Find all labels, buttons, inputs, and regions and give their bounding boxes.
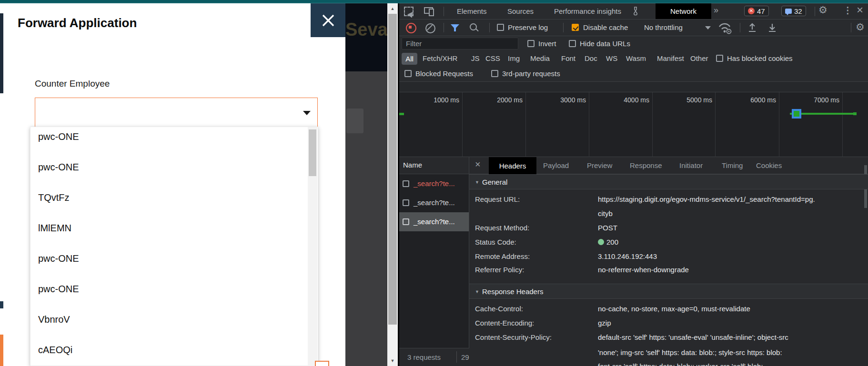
blocked-requests-checkbox[interactable] [404, 70, 412, 77]
export-har-icon[interactable] [767, 22, 777, 33]
network-filter-input[interactable] [402, 38, 518, 49]
csp-value-line2: 'none'; img-src 'self' https: data: blob… [598, 348, 782, 356]
hide-data-urls-label: Hide data URLs [580, 40, 630, 48]
throttling-caret-icon[interactable] [705, 26, 711, 30]
dropdown-option[interactable]: pwc-ONE [38, 253, 79, 264]
disable-cache-label: Disable cache [583, 23, 628, 31]
clear-network-log-button[interactable] [425, 23, 435, 33]
chip-font[interactable]: Font [561, 54, 575, 62]
remote-address-label: Remote Address: [475, 252, 530, 260]
detail-tab-payload[interactable]: Payload [543, 161, 569, 169]
name-column-header[interactable]: Name [399, 157, 469, 174]
preserve-log-label: Preserve log [508, 23, 548, 31]
tab-network[interactable]: Network [656, 3, 711, 19]
detail-tab-response[interactable]: Response [630, 161, 662, 169]
request-name: _search?te... [414, 198, 455, 207]
hide-data-urls-checkbox[interactable] [569, 40, 576, 47]
chip-css[interactable]: CSS [485, 54, 500, 62]
request-checkbox[interactable] [403, 199, 409, 206]
timeline-activity-dot [853, 112, 857, 115]
chip-media[interactable]: Media [530, 54, 550, 62]
request-method-label: Request Method: [475, 224, 529, 232]
preserve-log-checkbox[interactable] [497, 24, 504, 31]
detail-tab-headers[interactable]: Headers [489, 157, 536, 174]
dropdown-option[interactable]: pwc-ONE [38, 284, 79, 295]
third-party-requests-checkbox[interactable] [491, 70, 498, 77]
status-ok-icon [598, 239, 604, 245]
chip-all[interactable]: All [402, 53, 417, 65]
requests-count: 3 requests [407, 353, 441, 361]
page-header-behind: Seva [345, 3, 387, 71]
page-scrollbar-thumb[interactable] [388, 14, 397, 325]
inspect-element-icon[interactable] [404, 7, 414, 16]
devtools-menu-icon[interactable]: ⋮ [843, 5, 852, 16]
dropdown-option[interactable]: pwc-ONE [38, 162, 79, 173]
close-icon [321, 13, 335, 28]
dropdown-option[interactable]: pwc-ONE [38, 131, 79, 142]
dropdown-scrollbar-thumb[interactable] [309, 129, 316, 176]
device-toolbar-icon[interactable] [424, 7, 433, 14]
chip-other[interactable]: Other [690, 54, 708, 62]
csp-label: Content-Security-Policy: [475, 333, 552, 341]
request-row-selected[interactable]: _search?te... [399, 212, 469, 231]
request-method-value: POST [598, 224, 617, 232]
dropdown-option[interactable]: cAEOQi [38, 345, 72, 356]
detail-tab-timing[interactable]: Timing [722, 161, 743, 169]
request-checkbox[interactable] [403, 218, 409, 225]
dropdown-option[interactable]: VbnroV [38, 314, 70, 325]
chip-manifest[interactable]: Manifest [657, 54, 684, 62]
has-blocked-cookies-checkbox[interactable] [716, 55, 723, 62]
request-row[interactable]: _search?te... [399, 193, 469, 212]
timeline-overview[interactable]: 1000 ms 2000 ms 3000 ms 4000 ms 5000 ms … [399, 82, 868, 157]
invert-label: Invert [538, 40, 556, 48]
chip-fetch-xhr[interactable]: Fetch/XHR [423, 54, 457, 62]
tab-performance-insights[interactable]: Performance insights [554, 7, 621, 15]
console-errors-badge[interactable]: ✕ 47 [744, 6, 769, 16]
import-har-icon[interactable] [747, 22, 757, 33]
filter-icon[interactable] [451, 24, 459, 29]
request-row[interactable]: _search?te... [399, 174, 469, 193]
request-checkbox[interactable] [403, 180, 409, 187]
detail-tab-initiator[interactable]: Initiator [679, 161, 703, 169]
invert-checkbox[interactable] [527, 40, 535, 47]
timeline-tick: 6000 ms [728, 96, 776, 104]
record-network-log-button[interactable] [406, 23, 416, 33]
devtools-close-icon[interactable]: × [857, 3, 863, 17]
more-tabs-icon[interactable]: » [714, 5, 717, 15]
dropdown-option[interactable]: TQvtFz [38, 192, 70, 203]
detail-close-icon[interactable]: × [475, 159, 481, 170]
throttling-select[interactable]: No throttling [644, 23, 683, 31]
chip-js[interactable]: JS [471, 54, 480, 62]
request-url-label: Request URL: [475, 195, 520, 203]
detail-tab-cookies[interactable]: Cookies [756, 161, 782, 169]
scrollbar-down-arrow[interactable]: ▼ [387, 356, 398, 366]
detail-tab-preview[interactable]: Preview [587, 161, 612, 169]
tab-elements[interactable]: Elements [457, 7, 487, 15]
devtools-settings-icon[interactable]: ⚙ [818, 4, 828, 16]
timeline-activity-dash [399, 113, 404, 115]
modal-close-button[interactable] [311, 3, 345, 37]
chip-wasm[interactable]: Wasm [626, 54, 646, 62]
third-party-requests-label: 3rd-party requests [502, 69, 560, 78]
page-edge-sliver-orange [0, 335, 3, 366]
flask-icon [631, 6, 640, 16]
chip-doc[interactable]: Doc [585, 54, 597, 62]
dropdown-option[interactable]: lMlEMN [38, 223, 71, 234]
console-messages-badge[interactable]: 32 [781, 6, 806, 16]
chip-img[interactable]: Img [508, 54, 520, 62]
counter-employee-select[interactable] [35, 98, 318, 127]
search-icon[interactable] [470, 23, 477, 30]
network-settings-icon[interactable]: ⚙ [856, 21, 865, 33]
general-section-header[interactable]: ▼ General [469, 174, 868, 189]
disable-cache-checkbox[interactable] [572, 24, 579, 31]
tab-sources[interactable]: Sources [507, 7, 534, 15]
triangle-down-icon: ▼ [475, 180, 479, 185]
timeline-selection-handle[interactable] [792, 109, 801, 119]
network-conditions-icon[interactable] [717, 22, 733, 34]
referrer-policy-label: Referrer Policy: [475, 266, 524, 274]
browser-frame-top [0, 0, 868, 3]
chip-ws[interactable]: WS [606, 54, 617, 62]
response-headers-section-header[interactable]: ▼ Response Headers [469, 284, 868, 299]
forward-submit-button-partial[interactable] [315, 361, 329, 366]
scrollbar-up-arrow[interactable]: ▲ [387, 3, 398, 14]
